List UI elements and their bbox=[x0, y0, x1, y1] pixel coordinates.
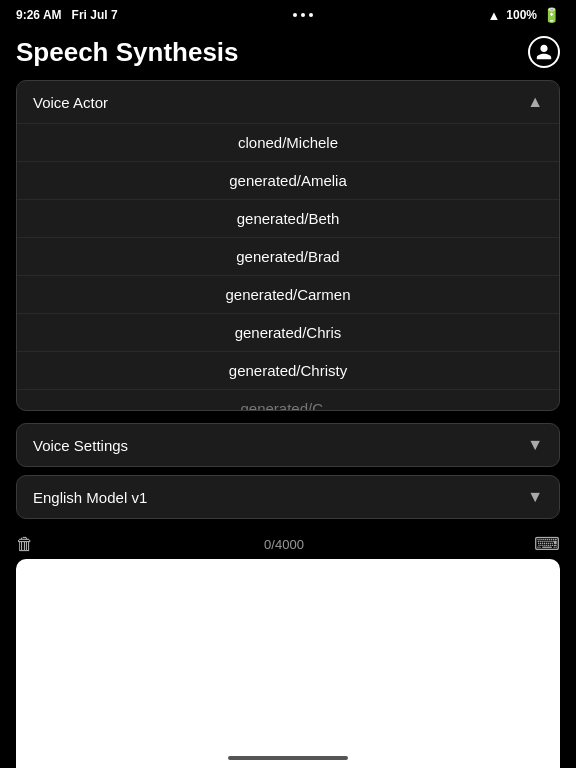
dot3 bbox=[309, 13, 313, 17]
text-input-area[interactable] bbox=[16, 559, 560, 768]
status-bar: 9:26 AM Fri Jul 7 ▲ 100% 🔋 bbox=[0, 0, 576, 28]
status-icons: ▲ 100% 🔋 bbox=[487, 7, 560, 23]
model-label: English Model v1 bbox=[33, 489, 147, 506]
list-item[interactable]: generated/Beth bbox=[17, 200, 559, 238]
controls-row: Voice Settings ▼ English Model v1 ▼ bbox=[0, 423, 576, 519]
header: Speech Synthesis bbox=[0, 28, 576, 80]
dot1 bbox=[293, 13, 297, 17]
list-item[interactable]: generated/Christy bbox=[17, 352, 559, 390]
list-item[interactable]: generated/Amelia bbox=[17, 162, 559, 200]
person-icon bbox=[535, 43, 553, 61]
battery-icon: 🔋 bbox=[543, 7, 560, 23]
profile-button[interactable] bbox=[528, 36, 560, 68]
voice-actor-dropdown[interactable]: Voice Actor ▲ cloned/Michele generated/A… bbox=[16, 80, 560, 411]
voice-actor-dropdown-header[interactable]: Voice Actor ▲ bbox=[17, 81, 559, 124]
dot2 bbox=[301, 13, 305, 17]
voice-settings-dropdown[interactable]: Voice Settings ▼ bbox=[16, 423, 560, 467]
list-item[interactable]: generated/Brad bbox=[17, 238, 559, 276]
list-item[interactable]: cloned/Michele bbox=[17, 124, 559, 162]
voice-actor-list: cloned/Michele generated/Amelia generate… bbox=[17, 124, 559, 410]
chevron-up-icon: ▲ bbox=[527, 93, 543, 111]
delete-icon[interactable]: 🗑 bbox=[16, 534, 34, 555]
char-counter: 0/4000 bbox=[264, 537, 304, 552]
status-time-date: 9:26 AM Fri Jul 7 bbox=[16, 8, 118, 22]
model-chevron-icon: ▼ bbox=[527, 488, 543, 506]
home-indicator bbox=[228, 756, 348, 760]
battery-level: 100% bbox=[506, 8, 537, 22]
speech-text-input[interactable] bbox=[28, 569, 548, 768]
page-title: Speech Synthesis bbox=[16, 37, 239, 68]
keyboard-icon[interactable]: ⌨ bbox=[534, 533, 560, 555]
list-item[interactable]: generated/Chris bbox=[17, 314, 559, 352]
status-dots bbox=[293, 13, 313, 17]
list-item-partial[interactable]: generated/C... bbox=[17, 390, 559, 410]
text-toolbar: 🗑 0/4000 ⌨ bbox=[0, 527, 576, 559]
list-item[interactable]: generated/Carmen bbox=[17, 276, 559, 314]
wifi-icon: ▲ bbox=[487, 8, 500, 23]
voice-settings-label: Voice Settings bbox=[33, 437, 128, 454]
voice-actor-label: Voice Actor bbox=[33, 94, 108, 111]
model-dropdown[interactable]: English Model v1 ▼ bbox=[16, 475, 560, 519]
chevron-down-icon: ▼ bbox=[527, 436, 543, 454]
